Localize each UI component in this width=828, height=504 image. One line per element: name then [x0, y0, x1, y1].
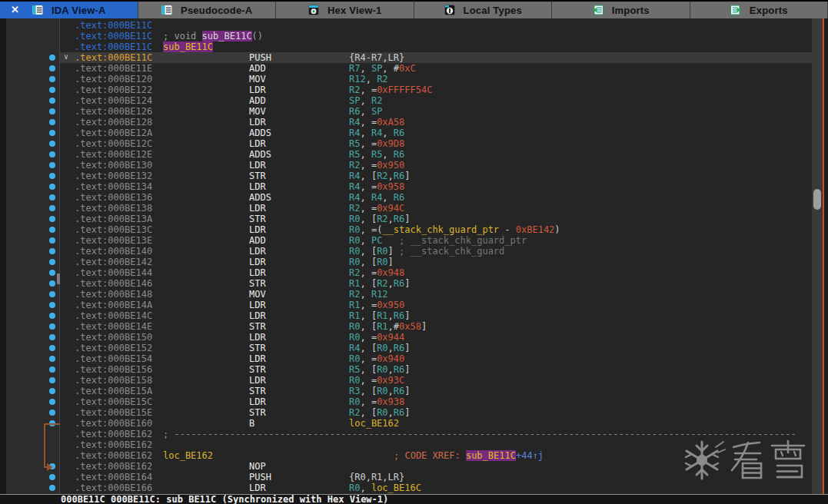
mnemonic: LDR [249, 300, 349, 310]
tab-pseudocode-a[interactable]: Pseudocode-A [138, 2, 277, 18]
code-segment: R6 [394, 192, 404, 203]
code-segment: , [ [360, 214, 377, 224]
disasm-line[interactable]: .text:000BE11C [60, 20, 812, 31]
code-segment: loc_BE162 [349, 418, 399, 429]
disasm-line[interactable]: .text:000BE11Csub_BE11C [60, 41, 812, 52]
disasm-line[interactable]: .text:000BE134LDRR4, =0x958 [60, 181, 812, 192]
disasm-line[interactable]: .text:000BE158LDRR0, =0x93C [60, 375, 812, 386]
disasm-line[interactable]: .text:000BE136ADDSR4, R4, R6 [60, 192, 812, 203]
address: .text:000BE124 [60, 95, 158, 106]
disasm-line[interactable]: .text:000BE13CLDRR0, =(__stack_chk_guard… [60, 224, 812, 235]
disasm-line[interactable]: .text:000BE12AADDSR4, R4, R6 [60, 128, 812, 138]
mnemonic: ADDS [249, 128, 349, 138]
disasm-line[interactable]: .text:000BE160Bloc_BE162 [60, 418, 812, 429]
code-segment: 0x948 [377, 267, 404, 278]
disasm-line[interactable]: .text:000BE126MOVR6, SP [60, 106, 812, 117]
disasm-line[interactable]: .text:000BE146STRR1, [R2,R6] [60, 278, 812, 289]
disasm-line[interactable]: .text:000BE154LDRR0, =0x940 [60, 353, 812, 364]
disasm-line[interactable]: .text:000BE11EADDR7, SP, #0xC [60, 63, 812, 74]
disasm-line[interactable]: .text:000BE12CLDRR5, =0x9D8 [60, 138, 812, 149]
code-segment: R6 [394, 128, 404, 138]
code-segment: R4 [349, 343, 360, 353]
address: .text:000BE158 [60, 375, 158, 386]
code-segment: R1 [349, 310, 360, 321]
disasm-line[interactable]: .text:000BE150LDRR0, =0x944 [60, 332, 812, 343]
disasm-line[interactable]: .text:000BE152STRR4, [R0,R6] [60, 343, 812, 353]
tab-imports[interactable]: Imports [552, 2, 690, 18]
code-segment: R2 [349, 407, 360, 418]
code-segment: sub_BE11C [202, 31, 252, 41]
disasm-line[interactable]: .text:000BE138LDRR2, =0x94C [60, 203, 812, 214]
tab-hex-view-1[interactable]: Hex View-1 [276, 2, 414, 18]
code-segment: ] [388, 257, 394, 267]
code-segment: R5 [349, 138, 360, 149]
code-segment: , [360, 482, 371, 493]
snowflake-center [697, 454, 707, 466]
code-segment: R0 [349, 332, 360, 343]
code-segment: R1 [349, 278, 360, 289]
collapse-chevron-icon[interactable]: ∨ [64, 52, 68, 61]
mnemonic: ADD [249, 235, 349, 246]
code-segment: , [ [360, 321, 377, 332]
code-segment: 0x938 [377, 396, 404, 407]
address: .text:000BE11C [60, 52, 158, 63]
code-segment: R5 [349, 364, 360, 375]
disasm-line[interactable]: .text:000BE14ESTRR0, [R1,#0x58] [60, 321, 812, 332]
disasm-line[interactable]: .text:000BE166LDRR0, loc_BE16C [60, 482, 812, 493]
code-segment: R4 [349, 117, 360, 128]
disasm-line[interactable]: .text:000BE13ASTRR0, [R2,R6] [60, 214, 812, 224]
disasm-line[interactable]: .text:000BE124ADDSP, R2 [60, 95, 812, 106]
disasm-line[interactable]: .text:000BE142LDRR0, [R0] [60, 257, 812, 267]
close-tab-icon[interactable]: ✕ [11, 4, 19, 15]
disasm-line[interactable]: .text:000BE15CLDRR0, =0x938 [60, 396, 812, 407]
code-segment: R6 [394, 278, 404, 289]
code-segment: , [388, 343, 394, 353]
code-segment: 0xA58 [377, 117, 404, 128]
address: .text:000BE162 [60, 429, 158, 439]
local-types-icon [444, 4, 456, 16]
tab-exports[interactable]: Exports [690, 2, 828, 18]
mnemonic: LDR [249, 85, 349, 95]
code-segment: R1 [349, 300, 360, 310]
disasm-line[interactable]: .text:000BE132STRR4, [R2,R6] [60, 171, 812, 181]
code-segment: R4 [371, 128, 382, 138]
code-segment: R2 [377, 171, 387, 181]
code-segment: ; __stack_chk_guard [394, 246, 505, 257]
disasm-line[interactable]: .text:000BE140LDRR0, [R0] ; __stack_chk_… [60, 246, 812, 257]
disasm-line[interactable]: .text:000BE13EADDR0, PC ; __stack_chk_gu… [60, 235, 812, 246]
address: .text:000BE14E [60, 321, 158, 332]
disasm-line[interactable]: .text:000BE14ALDRR1, =0x950 [60, 300, 812, 310]
disasm-line[interactable]: .text:000BE122LDRR2, =0xFFFFF54C [60, 85, 812, 95]
scrollbar[interactable] [812, 18, 823, 494]
disasm-line[interactable]: .text:000BE15ESTRR2, [R0,R6] [60, 407, 812, 418]
disassembly-view[interactable]: .text:000BE11C.text:000BE11C; void sub_B… [0, 18, 828, 494]
disasm-line[interactable]: .text:000BE11C; void sub_BE11C() [60, 31, 812, 41]
code-segment: , [388, 386, 394, 396]
disasm-line[interactable]: .text:000BE130LDRR2, =0x950 [60, 160, 812, 171]
disasm-line-current[interactable]: ∨.text:000BE11CPUSH{R4-R7,LR} [60, 52, 812, 63]
disasm-line[interactable]: .text:000BE156STRR5, [R0,R6] [60, 364, 812, 375]
code-segment: , [ [360, 171, 377, 181]
code-segment: , [ [360, 407, 377, 418]
disasm-line[interactable]: .text:000BE12EADDSR5, R5, R6 [60, 149, 812, 160]
tab-label: Pseudocode-A [181, 5, 252, 16]
disasm-line[interactable]: .text:000BE128LDRR4, =0xA58 [60, 117, 812, 128]
code-segment: R2 [377, 74, 387, 85]
disassembly-listing[interactable]: .text:000BE11C.text:000BE11C; void sub_B… [60, 18, 812, 494]
mnemonic: MOV [249, 289, 349, 300]
code-segment: R6 [349, 106, 360, 117]
tab-local-types[interactable]: Local Types [414, 2, 553, 18]
disasm-line[interactable]: .text:000BE144LDRR2, =0x948 [60, 267, 812, 278]
disasm-line[interactable]: .text:000BE120MOVR12, R2 [60, 74, 812, 85]
code-segment: ; CODE XREF: [394, 450, 466, 461]
tab-ida-view-a[interactable]: ✕IDA View-A [0, 2, 138, 18]
code-segment: 0x958 [377, 181, 404, 192]
code-segment: , [388, 278, 394, 289]
scrollbar-thumb[interactable] [813, 189, 821, 210]
disasm-line[interactable]: .text:000BE14CLDRR1, [R1,R6] [60, 310, 812, 321]
disasm-line[interactable]: .text:000BE148MOVR2, R12 [60, 289, 812, 300]
code-segment: , [382, 192, 393, 203]
disasm-line[interactable]: .text:000BE15ASTRR3, [R0,R6] [60, 386, 812, 396]
status-bar: 000BE11C 000BE11C: sub_BE11C (Synchroniz… [0, 494, 828, 504]
code-segment: , [360, 128, 371, 138]
